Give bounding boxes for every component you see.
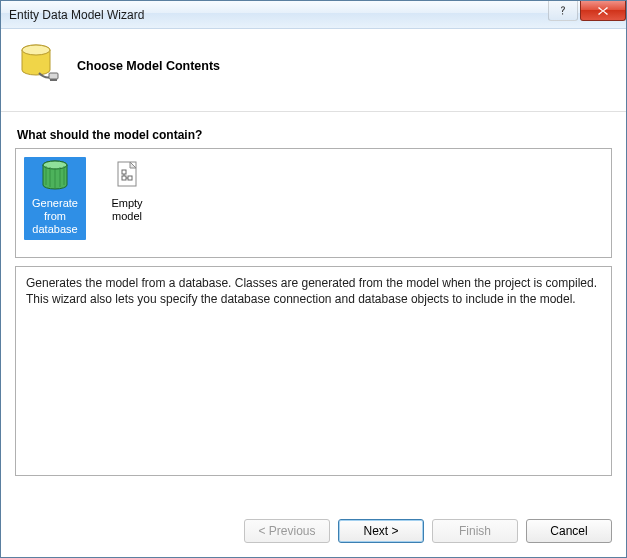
- next-button[interactable]: Next >: [338, 519, 424, 543]
- model-prompt: What should the model contain?: [17, 128, 612, 142]
- help-icon: [557, 5, 569, 17]
- finish-button[interactable]: Finish: [432, 519, 518, 543]
- option-label: Empty model: [98, 197, 156, 223]
- svg-point-5: [43, 161, 67, 169]
- wizard-dialog: Entity Data Model Wizard: [0, 0, 627, 558]
- model-options: Generate from database Empty model: [15, 148, 612, 258]
- database-cylinder-icon: [38, 160, 72, 194]
- close-button[interactable]: [580, 1, 626, 21]
- empty-model-icon: [110, 160, 144, 194]
- titlebar: Entity Data Model Wizard: [1, 1, 626, 29]
- wizard-body: What should the model contain?: [1, 112, 626, 507]
- option-generate-from-database[interactable]: Generate from database: [24, 157, 86, 240]
- wizard-heading: Choose Model Contents: [77, 59, 220, 73]
- option-label: Generate from database: [26, 197, 84, 236]
- wizard-footer: < Previous Next > Finish Cancel: [1, 507, 626, 557]
- window-controls: [548, 1, 626, 28]
- close-icon: [597, 6, 609, 16]
- svg-rect-2: [49, 73, 58, 79]
- option-empty-model[interactable]: Empty model: [96, 157, 158, 227]
- window-title: Entity Data Model Wizard: [9, 8, 548, 22]
- wizard-header: Choose Model Contents: [1, 29, 626, 112]
- svg-rect-3: [50, 79, 57, 81]
- svg-point-1: [22, 45, 50, 55]
- help-button[interactable]: [548, 1, 578, 21]
- option-description: Generates the model from a database. Cla…: [15, 266, 612, 476]
- previous-button[interactable]: < Previous: [244, 519, 330, 543]
- database-icon: [19, 43, 61, 89]
- cancel-button[interactable]: Cancel: [526, 519, 612, 543]
